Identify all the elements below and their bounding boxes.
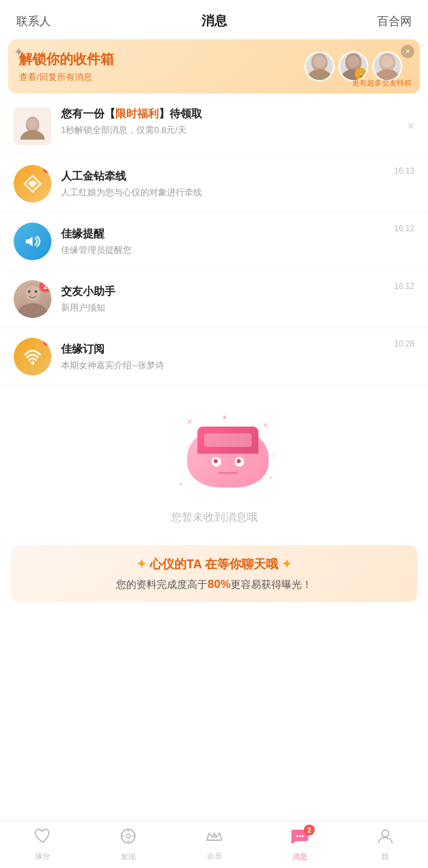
msg-name: 佳缘订阅 <box>61 342 394 357</box>
msg-time: 16:12 <box>394 222 414 233</box>
msg-content-subscription: 佳缘订阅 本期女神嘉宾介绍--张梦诗 <box>61 342 394 372</box>
msg-preview: 新用户须知 <box>61 302 394 314</box>
nav-item-yuanfen[interactable]: 缘分 <box>0 828 85 861</box>
msg-avatar-reminder <box>14 222 52 260</box>
promo-title: 您有一份【限时福利】待领取 <box>61 107 407 121</box>
svg-point-27 <box>301 835 303 837</box>
svg-point-10 <box>20 130 45 140</box>
promo-subtitle: 1秒解锁全部消息，仅需0.8元/天 <box>61 124 407 136</box>
header-site-link[interactable]: 百合网 <box>377 14 412 29</box>
msg-name: 佳缘提醒 <box>61 227 394 241</box>
promo-item[interactable]: 您有一份【限时福利】待领取 1秒解锁全部消息，仅需0.8元/天 × <box>0 98 428 155</box>
svg-point-14 <box>16 303 50 318</box>
header: 联系人 消息 百合网 <box>0 0 428 39</box>
nav-label-me: 我 <box>381 852 389 862</box>
msg-avatar-subscription <box>14 338 52 376</box>
promo-content: 您有一份【限时福利】待领取 1秒解锁全部消息，仅需0.8元/天 <box>61 107 407 136</box>
msg-time: 16:12 <box>394 280 414 291</box>
cta-title: ✦ 心仪的TA 在等你聊天哦 ✦ <box>24 556 404 572</box>
promo-avatar <box>14 107 52 145</box>
msg-name: 交友小助手 <box>61 285 394 299</box>
msg-time: 16:13 <box>394 165 414 176</box>
header-title: 消息 <box>201 12 227 30</box>
svg-point-8 <box>381 56 393 68</box>
svg-point-28 <box>382 830 389 837</box>
unread-badge: 2 <box>39 280 52 292</box>
banner-deco-icon: ✦ <box>14 45 24 60</box>
msg-item-subscription[interactable]: 佳缘订阅 本期女神嘉宾介绍--张梦诗 10:28 <box>0 328 428 386</box>
svg-point-25 <box>296 835 298 837</box>
msg-content-gold-diamond: 人工金钻牵线 人工红娘为您与心仪的对象进行牵线 <box>61 170 394 199</box>
msg-time: 10:28 <box>394 338 414 349</box>
svg-point-16 <box>28 290 31 293</box>
msg-avatar-gold-diamond <box>14 165 52 203</box>
compass-icon <box>119 827 137 849</box>
nav-label-messages: 消息 <box>292 852 307 862</box>
cta-star-left: ✦ <box>136 557 147 571</box>
empty-state: × ✦ × ◇ ● ● <box>0 386 428 538</box>
banner-more-text: 更有超多交友特权 <box>352 78 412 88</box>
cta-star-right: ✦ <box>281 557 292 571</box>
promo-close-button[interactable]: × <box>407 119 414 134</box>
msg-avatar-friend: 2 <box>14 280 52 318</box>
nav-item-discover[interactable]: 发现 <box>85 827 171 862</box>
svg-point-18 <box>31 361 35 365</box>
profile-icon <box>376 827 394 849</box>
banner-text: 解锁你的收件箱 查看/回复所有消息 <box>19 50 305 83</box>
unread-dot <box>43 166 50 173</box>
msg-item-friend-assistant[interactable]: 2 交友小助手 新用户须知 16:12 <box>0 271 428 328</box>
crown-icon <box>205 828 224 848</box>
svg-point-1 <box>306 69 333 81</box>
cta-subtitle: 您的资料完成度高于80%更容易获得曝光！ <box>24 578 404 591</box>
banner-avatar-3 <box>372 52 402 81</box>
svg-point-20 <box>126 834 130 838</box>
nav-item-member[interactable]: 会员 <box>171 828 256 861</box>
speaker-icon <box>14 222 52 260</box>
svg-point-2 <box>313 56 326 68</box>
cta-title-text: 心仪的TA 在等你聊天哦 <box>150 557 281 571</box>
nav-item-messages[interactable]: 2 消息 <box>257 827 343 862</box>
svg-point-5 <box>347 56 359 68</box>
msg-item-gold-diamond[interactable]: 人工金钻牵线 人工红娘为您与心仪的对象进行牵线 16:13 <box>0 155 428 213</box>
header-contacts-link[interactable]: 联系人 <box>16 14 51 29</box>
banner-avatar-1 <box>305 52 334 81</box>
nav-label-discover: 发现 <box>121 852 136 862</box>
svg-point-11 <box>27 119 38 130</box>
banner-avatars: 🔒 <box>305 52 402 81</box>
heart-icon <box>34 828 52 848</box>
msg-preview: 佳缘管理员提醒您 <box>61 244 394 256</box>
bottom-navigation: 缘分 发现 会员 <box>0 821 428 868</box>
banner-avatar-2: 🔒 <box>338 52 368 81</box>
nav-label-yuanfen: 缘分 <box>35 851 50 861</box>
messages-badge: 2 <box>304 825 315 835</box>
svg-point-26 <box>298 835 300 837</box>
msg-preview: 人工红娘为您与心仪的对象进行牵线 <box>61 186 394 199</box>
msg-name: 人工金钻牵线 <box>61 170 394 184</box>
nav-label-member: 会员 <box>207 851 222 861</box>
unread-dot <box>43 339 50 346</box>
msg-item-jiayuan-reminder[interactable]: 佳缘提醒 佳缘管理员提醒您 16:12 <box>0 213 428 271</box>
msg-content-friend: 交友小助手 新用户须知 <box>61 285 394 314</box>
empty-text: 您暂未收到消息哦 <box>171 511 258 525</box>
banner-close-button[interactable]: × <box>401 45 414 58</box>
msg-preview: 本期女神嘉宾介绍--张梦诗 <box>61 359 394 372</box>
nav-item-me[interactable]: 我 <box>343 827 428 862</box>
unlock-banner[interactable]: ✦ 解锁你的收件箱 查看/回复所有消息 🔒 <box>8 39 420 94</box>
banner-title: 解锁你的收件箱 <box>19 50 305 68</box>
empty-icon: × ✦ × ◇ ● ● <box>174 413 255 494</box>
banner-subtitle: 查看/回复所有消息 <box>19 71 305 83</box>
svg-point-17 <box>35 290 37 293</box>
message-icon: 2 <box>290 827 309 849</box>
cta-banner[interactable]: ✦ 心仪的TA 在等你聊天哦 ✦ 您的资料完成度高于80%更容易获得曝光！ <box>11 545 417 602</box>
msg-content-reminder: 佳缘提醒 佳缘管理员提醒您 <box>61 227 394 256</box>
